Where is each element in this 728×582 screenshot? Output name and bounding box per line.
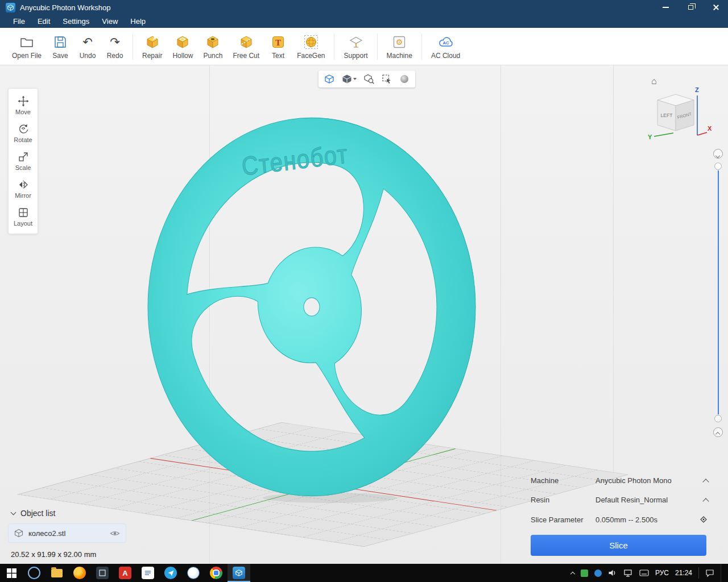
object-list-item[interactable]: колесо2.stl	[8, 523, 126, 543]
mirror-tool[interactable]: Mirror	[9, 175, 38, 203]
move-tool[interactable]: Move	[9, 92, 38, 119]
scale-tool[interactable]: Scale	[9, 147, 38, 175]
windows-logo-icon	[7, 568, 16, 578]
resin-label: Resin	[531, 496, 595, 504]
menu-view[interactable]: View	[96, 15, 124, 27]
chevron-up-icon[interactable]	[702, 479, 709, 485]
taskbar-explorer-button[interactable]	[46, 564, 68, 582]
taskbar-photon-workshop-button[interactable]	[228, 564, 250, 582]
wireframe-view-button[interactable]	[324, 74, 334, 84]
zoom-to-model-button[interactable]	[364, 74, 374, 84]
resin-row: Resin Default Resin_Normal	[531, 496, 708, 504]
action-center-icon[interactable]	[705, 569, 714, 577]
repair-cube-icon	[145, 34, 160, 51]
build-volume-edge	[613, 65, 614, 473]
undo-button[interactable]: ↶ Undo	[74, 34, 101, 60]
selection-cursor-icon	[382, 74, 392, 84]
clock[interactable]: 21:24	[675, 569, 692, 577]
sphere-render-button[interactable]	[399, 74, 410, 84]
keyboard-layout-icon[interactable]	[639, 569, 649, 577]
main-toolbar: Open File Save ↶ Undo ↷ Redo Repair Holl…	[0, 28, 728, 65]
free-cut-button[interactable]: Free Cut	[228, 34, 264, 60]
facegen-icon	[304, 34, 318, 51]
window-title: Anycubic Photon Workshop	[20, 3, 110, 12]
layer-slider-top-handle[interactable]	[714, 163, 722, 170]
maximize-button[interactable]	[678, 0, 703, 15]
office-icon	[187, 567, 200, 579]
rotate-tool[interactable]: Rotate	[9, 119, 38, 147]
machine-value[interactable]: Anycubic Photon Mono	[595, 476, 704, 485]
menu-edit[interactable]: Edit	[31, 15, 56, 27]
taskbar-firefox-button[interactable]	[68, 564, 91, 582]
edit-parameter-icon[interactable]	[699, 515, 708, 524]
punch-cube-icon	[205, 34, 220, 51]
select-box-button[interactable]	[382, 74, 392, 84]
redo-button[interactable]: ↷ Redo	[101, 34, 129, 60]
slice-button[interactable]: Slice	[531, 535, 706, 556]
free-cut-icon	[239, 34, 254, 51]
scale-icon	[18, 151, 29, 163]
minimize-button[interactable]	[653, 0, 678, 15]
save-button[interactable]: Save	[47, 34, 74, 60]
chevron-up-icon[interactable]	[702, 498, 709, 504]
network-icon[interactable]	[623, 568, 633, 577]
taskbar-app-red-button[interactable]: A	[114, 564, 136, 582]
start-button[interactable]	[0, 564, 23, 582]
navigation-cube[interactable]: LEFT FRONT Z X Y	[646, 84, 713, 146]
taskbar-app-dark-button[interactable]	[91, 564, 114, 582]
taskbar-messenger-button[interactable]	[159, 564, 182, 582]
shading-mode-button[interactable]	[342, 74, 357, 84]
toolbar-separator	[133, 34, 133, 60]
save-icon	[53, 34, 68, 51]
menu-help[interactable]: Help	[124, 15, 152, 27]
model-wheel[interactable]: Стенобот	[131, 101, 529, 507]
text-button[interactable]: T Text	[264, 34, 292, 60]
language-indicator[interactable]: РУС	[655, 569, 669, 577]
hollow-button[interactable]: Hollow	[167, 34, 198, 60]
svg-text:T: T	[275, 38, 281, 47]
sync-tray-icon[interactable]	[594, 569, 602, 577]
chevron-down-icon	[715, 153, 720, 158]
firefox-icon	[73, 567, 86, 579]
browser-circle-icon	[28, 567, 40, 579]
slider-collapse-top-button[interactable]	[713, 149, 723, 159]
layer-slider-bottom-handle[interactable]	[714, 415, 722, 422]
menu-settings[interactable]: Settings	[56, 15, 96, 27]
open-file-button[interactable]: Open File	[7, 34, 47, 60]
close-icon	[712, 4, 719, 11]
machine-button[interactable]: ⚙ Machine	[382, 34, 417, 60]
slice-parameter-row: Slice Parameter 0.050mm -- 2.500s	[531, 515, 708, 524]
red-a-app-icon: A	[119, 567, 131, 579]
hidden-icons-chevron[interactable]	[570, 571, 575, 576]
resin-value[interactable]: Default Resin_Normal	[595, 496, 704, 504]
mirror-icon	[18, 179, 29, 190]
taskbar-office-button[interactable]	[182, 564, 205, 582]
chrome-icon	[210, 567, 222, 579]
slider-collapse-bottom-button[interactable]	[713, 427, 723, 437]
layer-slider-track[interactable]	[718, 171, 719, 414]
object-list-header[interactable]: Object list	[11, 509, 55, 518]
y-axis-label: Y	[648, 134, 652, 140]
wireframe-cube-icon	[324, 74, 334, 84]
cube-magnifier-icon	[364, 74, 374, 84]
facegen-button[interactable]: FaceGen	[292, 34, 330, 60]
repair-button[interactable]: Repair	[137, 34, 167, 60]
viewport-3d[interactable]: Стенобот Move Rotate Scale Mirror Layout	[0, 65, 728, 564]
show-desktop-button[interactable]	[721, 564, 723, 582]
menu-file[interactable]: File	[7, 15, 31, 27]
notes-icon	[144, 569, 151, 576]
volume-icon[interactable]	[608, 568, 617, 577]
layout-tool[interactable]: Layout	[9, 203, 38, 231]
slice-parameter-value[interactable]: 0.050mm -- 2.500s	[595, 516, 699, 524]
ac-cloud-button[interactable]: AC AC Cloud	[426, 34, 465, 60]
close-button[interactable]	[703, 0, 728, 15]
visibility-eye-icon[interactable]	[110, 530, 120, 537]
solid-cube-icon	[342, 74, 352, 84]
punch-button[interactable]: Punch	[198, 34, 228, 60]
support-button[interactable]: Support	[338, 34, 373, 60]
taskbar-notes-button[interactable]	[136, 564, 159, 582]
antivirus-tray-icon[interactable]	[581, 569, 588, 577]
taskbar-chrome-button[interactable]	[205, 564, 228, 582]
taskbar-browser-button[interactable]	[23, 564, 46, 582]
photon-workshop-icon	[235, 569, 243, 577]
